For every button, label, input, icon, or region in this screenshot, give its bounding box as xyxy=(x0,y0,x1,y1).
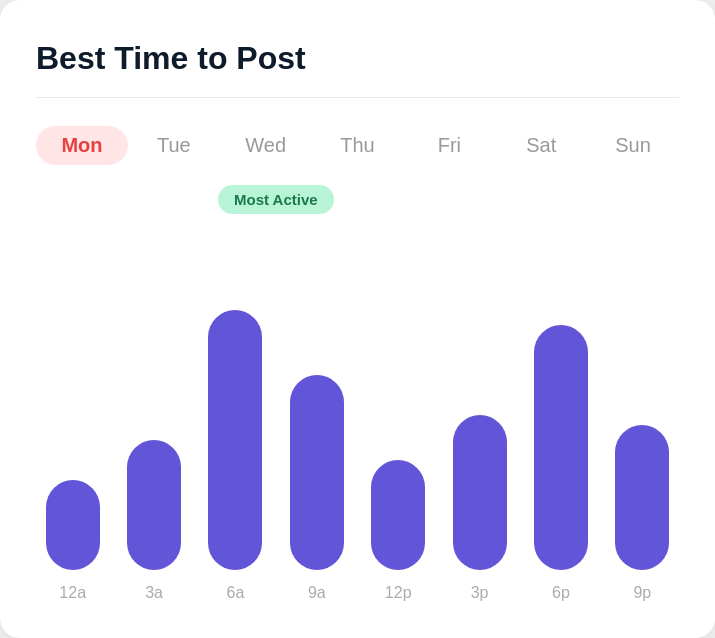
bar-label-9p: 9p xyxy=(633,584,651,602)
bar-label-12p: 12p xyxy=(385,584,412,602)
bar-label-3p: 3p xyxy=(471,584,489,602)
bar-wrapper-3a: 3a xyxy=(117,440,190,602)
bars-container: 12a3a6a9a12p3p6p9p xyxy=(36,197,679,602)
bar-label-6a: 6a xyxy=(227,584,245,602)
divider xyxy=(36,97,679,98)
bar-wrapper-12p: 12p xyxy=(362,460,435,602)
day-tab-sat[interactable]: Sat xyxy=(495,126,587,165)
day-tab-mon[interactable]: Mon xyxy=(36,126,128,165)
bar-label-3a: 3a xyxy=(145,584,163,602)
chart-area: Most Active 12a3a6a9a12p3p6p9p xyxy=(36,197,679,602)
bar-label-12a: 12a xyxy=(59,584,86,602)
day-tab-tue[interactable]: Tue xyxy=(128,126,220,165)
bar-label-9a: 9a xyxy=(308,584,326,602)
most-active-badge: Most Active xyxy=(218,185,334,214)
bar-12a xyxy=(46,480,100,570)
day-tab-thu[interactable]: Thu xyxy=(312,126,404,165)
bar-6p xyxy=(534,325,588,570)
day-tab-fri[interactable]: Fri xyxy=(403,126,495,165)
best-time-card: Best Time to Post MonTueWedThuFriSatSun … xyxy=(0,0,715,638)
bar-wrapper-3p: 3p xyxy=(443,415,516,602)
bar-wrapper-6p: 6p xyxy=(524,325,597,602)
bar-6a xyxy=(208,310,262,570)
bar-9p xyxy=(615,425,669,570)
day-tab-sun[interactable]: Sun xyxy=(587,126,679,165)
day-tabs: MonTueWedThuFriSatSun xyxy=(36,126,679,165)
bar-9a xyxy=(290,375,344,570)
bar-wrapper-12a: 12a xyxy=(36,480,109,602)
bar-3a xyxy=(127,440,181,570)
bar-wrapper-9p: 9p xyxy=(606,425,679,602)
bar-12p xyxy=(371,460,425,570)
bar-3p xyxy=(453,415,507,570)
bar-wrapper-6a: 6a xyxy=(199,310,272,602)
day-tab-wed[interactable]: Wed xyxy=(220,126,312,165)
bar-wrapper-9a: 9a xyxy=(280,375,353,602)
page-title: Best Time to Post xyxy=(36,40,679,77)
bar-label-6p: 6p xyxy=(552,584,570,602)
